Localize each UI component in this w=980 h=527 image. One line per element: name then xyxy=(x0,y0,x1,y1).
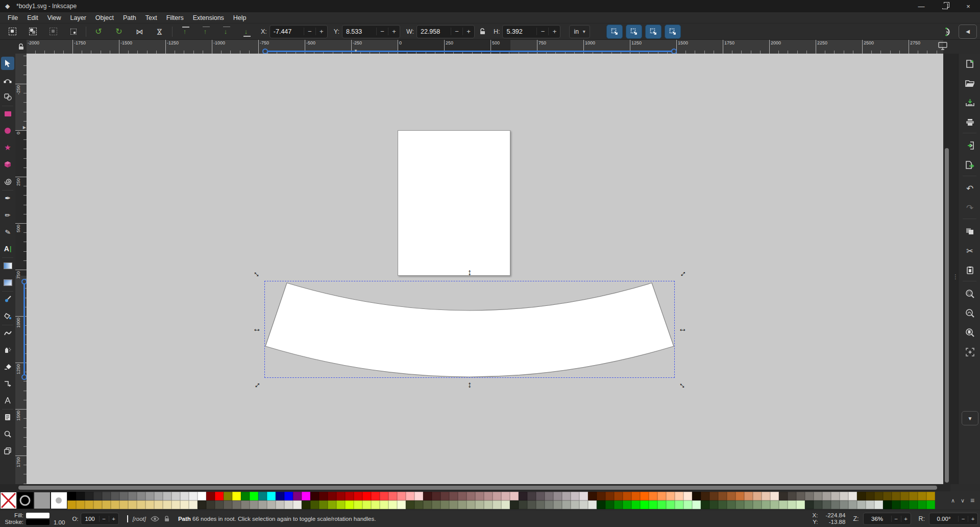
x-increment-button[interactable]: + xyxy=(315,28,327,35)
menu-object[interactable]: Object xyxy=(91,13,118,22)
palette-swatch[interactable] xyxy=(328,500,336,509)
palette-scroll-down-button[interactable]: ∨ xyxy=(961,497,965,504)
palette-swatch[interactable] xyxy=(553,500,562,509)
y-input[interactable]: 8.533 xyxy=(342,28,376,35)
palette-swatch[interactable] xyxy=(762,500,770,509)
current-layer-name[interactable]: [root] xyxy=(133,516,146,522)
pen-tool[interactable]: ✒ xyxy=(1,191,14,205)
lower-button[interactable]: ↓ xyxy=(215,25,236,38)
palette-swatch[interactable] xyxy=(85,500,93,509)
palette-swatch[interactable] xyxy=(744,500,753,509)
w-input[interactable]: 22.958 xyxy=(417,28,451,35)
palette-swatch[interactable] xyxy=(796,500,805,509)
move-patterns-toggle[interactable] xyxy=(665,25,681,39)
palette-swatch[interactable] xyxy=(215,492,224,500)
palette-swatch[interactable] xyxy=(241,492,250,500)
palette-swatch[interactable] xyxy=(354,492,362,500)
flip-horizontal-button[interactable]: ⋈ xyxy=(129,25,150,38)
snap-toggle-icon[interactable] xyxy=(943,27,953,37)
menu-edit[interactable]: Edit xyxy=(22,13,43,22)
spray-tool[interactable] xyxy=(1,343,14,356)
print-document-button[interactable] xyxy=(964,116,976,128)
palette-swatch[interactable] xyxy=(683,492,692,500)
palette-swatch[interactable] xyxy=(814,492,822,500)
palette-swatch[interactable] xyxy=(250,500,258,509)
raise-to-top-button[interactable]: ↑ xyxy=(175,25,195,38)
palette-swatch[interactable] xyxy=(93,492,102,500)
palette-swatch[interactable] xyxy=(206,492,215,500)
palette-swatch[interactable] xyxy=(328,492,336,500)
palette-swatch[interactable] xyxy=(406,500,414,509)
menu-view[interactable]: View xyxy=(43,13,66,22)
palette-swatch[interactable] xyxy=(449,500,458,509)
x-input[interactable]: -7.447 xyxy=(270,28,304,35)
palette-swatch[interactable] xyxy=(232,500,241,509)
menu-file[interactable]: File xyxy=(3,13,22,22)
redo-button[interactable]: ↷ xyxy=(964,202,976,214)
palette-swatch[interactable] xyxy=(675,492,683,500)
swatch-no-color[interactable] xyxy=(0,492,17,509)
palette-swatch[interactable] xyxy=(605,500,614,509)
palette-swatch[interactable] xyxy=(371,492,380,500)
palette-swatch[interactable] xyxy=(805,500,814,509)
palette-swatch[interactable] xyxy=(579,500,588,509)
eraser-tool[interactable] xyxy=(1,360,14,373)
palette-swatch[interactable] xyxy=(657,500,666,509)
stroke-width-value[interactable]: 1.00 xyxy=(54,519,65,525)
palette-swatch[interactable] xyxy=(718,492,727,500)
rectangle-tool[interactable] xyxy=(1,107,14,121)
palette-swatch[interactable] xyxy=(649,492,657,500)
palette-swatch[interactable] xyxy=(510,500,519,509)
fill-color-swatch[interactable] xyxy=(26,513,50,518)
palette-swatch[interactable] xyxy=(857,492,866,500)
palette-swatch[interactable] xyxy=(788,492,796,500)
opacity-input[interactable]: 100 xyxy=(81,516,99,522)
palette-swatch[interactable] xyxy=(302,500,310,509)
palette-swatch[interactable] xyxy=(111,500,119,509)
palette-swatch[interactable] xyxy=(276,492,284,500)
palette-swatch[interactable] xyxy=(423,500,432,509)
document-tool[interactable] xyxy=(1,411,14,424)
palette-swatch[interactable] xyxy=(354,500,362,509)
shape-builder-tool[interactable] xyxy=(1,90,14,104)
palette-swatch[interactable] xyxy=(406,492,414,500)
palette-swatch[interactable] xyxy=(666,492,675,500)
palette-swatch[interactable] xyxy=(657,492,666,500)
palette-swatch[interactable] xyxy=(831,492,840,500)
close-button[interactable]: × xyxy=(957,0,980,12)
horizontal-ruler[interactable]: -2000-1750-1500-1250-1000-750-500-250025… xyxy=(27,40,943,54)
restore-button[interactable] xyxy=(933,0,957,12)
palette-swatch[interactable] xyxy=(527,500,536,509)
palette-swatch[interactable] xyxy=(397,492,406,500)
palette-swatch[interactable] xyxy=(154,500,163,509)
palette-swatch[interactable] xyxy=(128,492,137,500)
palette-swatch[interactable] xyxy=(119,492,128,500)
palette-swatch[interactable] xyxy=(432,500,440,509)
zoom-increment-button[interactable]: + xyxy=(901,516,911,522)
palette-swatch[interactable] xyxy=(172,492,180,500)
zoom-drawing-button[interactable] xyxy=(964,307,976,319)
opacity-decrement-button[interactable]: − xyxy=(99,516,109,522)
minimize-button[interactable]: — xyxy=(910,0,933,12)
menu-layer[interactable]: Layer xyxy=(66,13,91,22)
snap-bar-collapse-button[interactable]: ◀ xyxy=(959,25,977,39)
calligraphy-tool[interactable]: ✎ xyxy=(1,225,14,238)
palette-swatch[interactable] xyxy=(597,492,605,500)
palette-swatch[interactable] xyxy=(284,500,293,509)
palette-swatch[interactable] xyxy=(258,500,267,509)
palette-swatch[interactable] xyxy=(414,492,423,500)
palette-swatch[interactable] xyxy=(345,500,354,509)
spiral-tool[interactable] xyxy=(1,175,14,188)
palette-swatch[interactable] xyxy=(536,500,545,509)
vertical-ruler[interactable]: -25002505007501000125015001750 ▶ xyxy=(15,54,27,484)
zoom-tool[interactable] xyxy=(1,427,14,441)
ellipse-tool[interactable] xyxy=(1,124,14,137)
palette-swatch[interactable] xyxy=(692,492,701,500)
text-tool[interactable]: A| xyxy=(1,242,14,255)
palette-swatch[interactable] xyxy=(172,500,180,509)
palette-swatch[interactable] xyxy=(302,492,310,500)
palette-swatch[interactable] xyxy=(475,492,484,500)
rotation-increment-button[interactable]: + xyxy=(968,516,977,522)
palette-swatch[interactable] xyxy=(605,492,614,500)
gradient-tool[interactable] xyxy=(1,259,14,272)
